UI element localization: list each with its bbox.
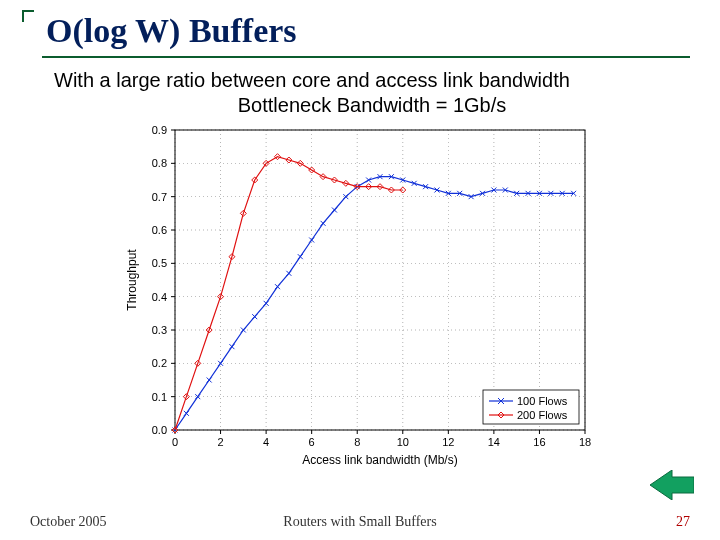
svg-text:0.1: 0.1 xyxy=(152,391,167,403)
svg-text:0.9: 0.9 xyxy=(152,124,167,136)
svg-text:0.7: 0.7 xyxy=(152,191,167,203)
svg-text:0.0: 0.0 xyxy=(152,424,167,436)
svg-text:0.3: 0.3 xyxy=(152,324,167,336)
svg-text:4: 4 xyxy=(263,436,269,448)
svg-text:16: 16 xyxy=(533,436,545,448)
svg-text:0: 0 xyxy=(172,436,178,448)
svg-text:0.4: 0.4 xyxy=(152,291,167,303)
svg-text:0.2: 0.2 xyxy=(152,357,167,369)
svg-text:0.8: 0.8 xyxy=(152,157,167,169)
throughput-chart: 0246810121416180.00.10.20.30.40.50.60.70… xyxy=(120,120,600,470)
svg-text:100 Flows: 100 Flows xyxy=(517,395,568,407)
svg-text:6: 6 xyxy=(309,436,315,448)
svg-text:18: 18 xyxy=(579,436,591,448)
title-corner-ornament xyxy=(22,10,34,22)
footer-page-number: 27 xyxy=(676,514,690,530)
svg-text:8: 8 xyxy=(354,436,360,448)
svg-text:Access link bandwidth (Mb/s): Access link bandwidth (Mb/s) xyxy=(302,453,457,467)
footer-title: Routers with Small Buffers xyxy=(0,514,720,530)
svg-rect-0 xyxy=(175,130,585,430)
body-line-2: Bottleneck Bandwidth = 1Gb/s xyxy=(54,93,690,118)
prev-slide-button[interactable] xyxy=(650,470,694,500)
svg-text:12: 12 xyxy=(442,436,454,448)
svg-text:0.5: 0.5 xyxy=(152,257,167,269)
svg-text:14: 14 xyxy=(488,436,500,448)
svg-text:2: 2 xyxy=(217,436,223,448)
svg-text:0.6: 0.6 xyxy=(152,224,167,236)
svg-text:10: 10 xyxy=(397,436,409,448)
svg-marker-68 xyxy=(650,470,694,500)
svg-text:Throughput: Throughput xyxy=(125,249,139,311)
slide-title: O(log W) Buffers xyxy=(42,12,690,58)
body-line-1: With a large ratio between core and acce… xyxy=(54,68,690,93)
svg-text:200 Flows: 200 Flows xyxy=(517,409,568,421)
